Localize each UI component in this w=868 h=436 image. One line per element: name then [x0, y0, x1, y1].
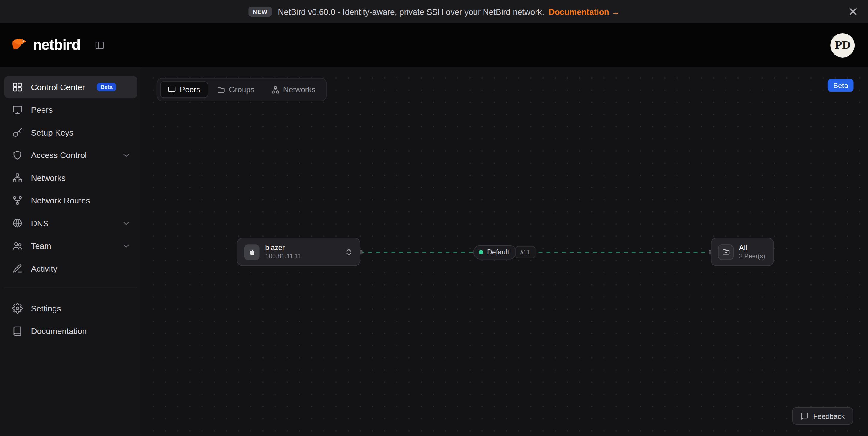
peer-name: blazer	[265, 243, 301, 253]
peer-ip: 100.81.11.11	[265, 253, 301, 260]
new-badge: NEW	[248, 6, 272, 16]
feedback-message-icon	[800, 412, 809, 420]
sidebar-item-label: Network Routes	[31, 196, 90, 205]
sidebar-collapse-icon[interactable]	[95, 40, 105, 50]
tab-networks[interactable]: Networks	[263, 81, 323, 98]
dashboard-icon	[12, 82, 23, 92]
sidebar-item-label: Documentation	[31, 326, 87, 336]
documentation-link[interactable]: Documentation →	[549, 7, 620, 16]
group-folder-icon	[718, 244, 734, 260]
users-icon	[12, 240, 23, 251]
policy-ports-pill[interactable]: All	[515, 246, 535, 258]
globe-icon	[12, 218, 23, 228]
tab-label: Networks	[283, 85, 315, 94]
group-name: All	[739, 243, 765, 253]
sidebar-item-label: Peers	[31, 105, 53, 114]
sidebar-item-setup-keys[interactable]: Setup Keys	[4, 121, 137, 143]
network-icon	[271, 86, 279, 94]
sidebar-item-settings[interactable]: Settings	[4, 297, 137, 320]
peer-node[interactable]: blazer 100.81.11.11	[237, 238, 361, 266]
sidebar: Control Center Beta Peers Setup Keys	[0, 67, 142, 436]
sidebar-item-networks[interactable]: Networks	[4, 166, 137, 189]
tab-label: Groups	[229, 85, 254, 94]
sidebar-item-dns[interactable]: DNS	[4, 212, 137, 234]
sidebar-item-network-routes[interactable]: Network Routes	[4, 189, 137, 212]
sidebar-item-label: Networks	[31, 173, 66, 183]
feedback-button[interactable]: Feedback	[792, 407, 853, 425]
sidebar-nav: Control Center Beta Peers Setup Keys	[0, 76, 142, 342]
unfold-chevrons-icon[interactable]	[344, 247, 353, 256]
policy-pill-default[interactable]: Default	[473, 245, 516, 259]
policy-status-dot	[479, 250, 483, 255]
sidebar-item-activity[interactable]: Activity	[4, 257, 137, 280]
gear-icon	[12, 303, 23, 313]
sidebar-item-control-center[interactable]: Control Center Beta	[4, 76, 137, 98]
announcement-text: NetBird v0.60.0 - Identity-aware, privat…	[278, 7, 544, 16]
feedback-label: Feedback	[813, 412, 844, 420]
shield-icon	[12, 150, 23, 160]
beta-mini-badge: Beta	[96, 83, 116, 91]
app-root: NEW NetBird v0.60.0 - Identity-aware, pr…	[0, 0, 868, 436]
chevron-down-icon	[122, 241, 131, 250]
pencil-icon	[12, 263, 23, 274]
sidebar-item-label: DNS	[31, 219, 49, 228]
peer-node-text: blazer 100.81.11.11	[265, 243, 301, 260]
sidebar-divider	[4, 288, 137, 288]
key-icon	[12, 127, 23, 138]
book-icon	[12, 326, 23, 336]
sidebar-item-documentation[interactable]: Documentation	[4, 320, 137, 342]
view-tabbar: Peers Groups Networks	[157, 78, 327, 101]
control-center-canvas: Peers Groups Networks Beta	[142, 67, 868, 436]
monitor-icon	[12, 104, 23, 115]
group-node-text: All 2 Peer(s)	[739, 243, 765, 260]
sidebar-item-label: Team	[31, 241, 51, 250]
sidebar-item-label: Control Center	[31, 82, 85, 92]
policy-pills: Default All	[473, 245, 535, 259]
sidebar-item-label: Access Control	[31, 150, 87, 160]
sidebar-item-label: Setup Keys	[31, 128, 73, 137]
netbird-logo[interactable]: netbird	[11, 36, 80, 54]
sidebar-item-label: Settings	[31, 304, 61, 313]
body: Control Center Beta Peers Setup Keys	[0, 67, 868, 436]
chevron-down-icon	[122, 151, 131, 160]
network-icon	[12, 173, 23, 183]
route-icon	[12, 195, 23, 205]
monitor-icon	[168, 86, 176, 94]
user-avatar[interactable]: PD	[830, 33, 855, 57]
chevron-down-icon	[122, 219, 131, 228]
sidebar-item-team[interactable]: Team	[4, 235, 137, 257]
tab-label: Peers	[180, 85, 200, 94]
group-peer-count: 2 Peer(s)	[739, 253, 765, 260]
tab-peers[interactable]: Peers	[160, 81, 208, 98]
announcement-bar: NEW NetBird v0.60.0 - Identity-aware, pr…	[0, 0, 868, 23]
folder-icon	[217, 86, 225, 94]
policy-name: Default	[487, 248, 509, 256]
apple-os-icon	[244, 244, 259, 260]
logo-wordmark: netbird	[33, 36, 80, 54]
beta-badge: Beta	[828, 79, 854, 92]
group-node[interactable]: All 2 Peer(s)	[711, 238, 774, 266]
connection-edge	[361, 249, 868, 436]
sidebar-item-access-control[interactable]: Access Control	[4, 144, 137, 166]
sidebar-item-peers[interactable]: Peers	[4, 98, 137, 121]
tab-groups[interactable]: Groups	[209, 81, 262, 98]
netbird-logo-icon	[11, 37, 28, 54]
sidebar-item-label: Activity	[31, 264, 57, 273]
header: netbird PD	[0, 23, 868, 67]
close-icon[interactable]	[847, 6, 859, 18]
